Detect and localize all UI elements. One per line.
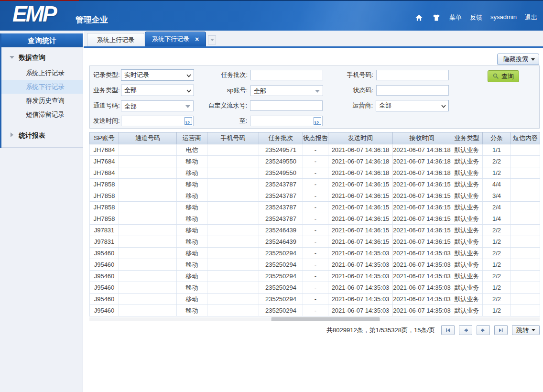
carrier-label: 运营商: (330, 101, 373, 110)
table-row[interactable]: J97831移动235246439-2021-06-07 14:36:15202… (90, 236, 540, 248)
home-icon[interactable] (414, 13, 424, 22)
table-cell: 2021-06-07 14:35:03 (328, 305, 393, 316)
column-header[interactable]: 分条 (483, 132, 511, 144)
table-row[interactable]: J97831移动235246439-2021-06-07 14:36:15202… (90, 225, 540, 236)
feedback-link[interactable]: 反馈 (470, 13, 482, 22)
sidebar-item-system-downlink-records[interactable]: 系统下行记录 (1, 80, 83, 94)
table-cell: 默认业务 (451, 248, 483, 259)
sidebar-group-data-query-header[interactable]: 数据查询 (1, 47, 83, 66)
table-cell: 2021-06-07 14:36:15 (328, 236, 393, 248)
next-page-button[interactable] (477, 325, 490, 335)
table-cell: J95460 (90, 271, 119, 282)
table-cell: - (303, 190, 328, 202)
table-cell (119, 213, 177, 225)
logout-link[interactable]: 退出 (525, 13, 537, 22)
table-cell: 默认业务 (451, 156, 483, 167)
sidebar-group-stats-report-header[interactable]: 统计报表 (1, 125, 83, 144)
table-cell: - (303, 248, 328, 259)
calendar-icon[interactable]: 12 (185, 117, 192, 125)
column-header[interactable]: SP账号 (90, 132, 119, 144)
table-cell: J95460 (90, 248, 119, 259)
username-link[interactable]: sysadmin (490, 13, 517, 22)
table-row[interactable]: JH7858移动235243787-2021-06-07 14:36:15202… (90, 190, 540, 202)
table-row[interactable]: JH7858移动235243787-2021-06-07 14:36:15202… (90, 213, 540, 225)
column-header[interactable]: 任务批次 (259, 132, 303, 144)
table-cell: 默认业务 (451, 190, 483, 202)
hide-search-label: 隐藏搜索 (503, 55, 528, 64)
business-type-select[interactable]: 全部 (121, 85, 194, 96)
tab-system-uplink-records[interactable]: 系统上行记录 (87, 33, 144, 46)
calendar-icon[interactable]: 12 (314, 117, 321, 125)
tab-system-downlink-records[interactable]: 系统下行记录× (145, 32, 206, 46)
column-header[interactable]: 接收时间 (393, 132, 451, 144)
table-row[interactable]: JH7858移动235243787-2021-06-07 14:36:15202… (90, 202, 540, 213)
table-row[interactable]: JH7684电信235249571-2021-06-07 14:36:18202… (90, 144, 540, 156)
send-time-to-field: 12 (250, 116, 323, 126)
column-header[interactable]: 发送时间 (328, 132, 393, 144)
column-header[interactable]: 业务类型 (451, 132, 483, 144)
task-batch-label: 任务批次: (199, 71, 248, 79)
table-row[interactable]: J95460移动235250294-2021-06-07 14:35:03202… (90, 294, 540, 305)
column-header[interactable]: 状态报告 (303, 132, 328, 144)
table-cell: 2021-06-07 14:35:03 (393, 271, 451, 282)
mobile-number-input[interactable] (376, 70, 449, 80)
send-time-from-input[interactable] (121, 116, 184, 126)
table-cell: 默认业务 (451, 167, 483, 179)
pagination: 共8029912条，第1/535328页，15条/页 (89, 325, 540, 335)
table-cell: 2021-06-07 14:35:03 (328, 259, 393, 271)
close-icon[interactable]: × (195, 36, 199, 43)
column-header[interactable]: 运营商 (177, 132, 207, 144)
horizontal-scrollbar[interactable] (89, 317, 540, 321)
custom-serial-input[interactable] (250, 100, 323, 111)
table-row[interactable]: J95460移动235250294-2021-06-07 14:35:03202… (90, 282, 540, 294)
column-header[interactable]: 手机号码 (207, 132, 259, 144)
first-page-button[interactable] (441, 325, 455, 335)
next-page-icon (480, 327, 486, 333)
sidebar-item-system-uplink-records[interactable]: 系统上行记录 (1, 66, 83, 80)
table-row[interactable]: J95460移动235250294-2021-06-07 14:35:03202… (90, 248, 540, 259)
last-page-button[interactable] (494, 325, 508, 335)
table-row[interactable]: JH7684移动235249550-2021-06-07 14:36:18202… (90, 167, 540, 179)
selected-value: 全部 (376, 101, 441, 110)
chevron-down-icon (441, 105, 446, 108)
sidebar-item-bulk-history-query[interactable]: 群发历史查询 (1, 94, 83, 108)
app-subtitle: 管理企业 (76, 14, 108, 25)
record-type-select[interactable]: 实时记录 (121, 69, 194, 81)
sidebar-item-sms-retention-records[interactable]: 短信滞留记录 (1, 108, 83, 121)
table-cell: - (303, 225, 328, 236)
table-row[interactable]: J95460移动235250294-2021-06-07 14:35:03202… (90, 305, 540, 316)
task-batch-input[interactable] (250, 70, 323, 80)
table-cell (511, 202, 540, 213)
table-cell (119, 248, 177, 259)
sp-account-combo[interactable]: 全部 (250, 85, 323, 96)
hscroll-thumb[interactable] (272, 317, 380, 321)
table-cell: 2021-06-07 14:35:03 (393, 259, 451, 271)
table-row[interactable]: JH7858移动235243787-2021-06-07 14:36:15202… (90, 179, 540, 190)
carrier-select[interactable]: 全部 (376, 100, 449, 111)
shirt-icon[interactable] (432, 13, 441, 22)
status-code-input[interactable] (376, 85, 449, 96)
menu-link[interactable]: 菜单 (449, 13, 462, 22)
table-cell (207, 282, 259, 294)
table-row[interactable]: J95460移动235250294-2021-06-07 14:35:03202… (90, 271, 540, 282)
prev-page-button[interactable] (459, 325, 472, 335)
table-row[interactable]: J95460移动235250294-2021-06-07 14:35:03202… (90, 259, 540, 271)
table-cell: 2/2 (483, 248, 511, 259)
jump-button[interactable]: 跳转 (512, 325, 540, 335)
tab-list-dropdown-button[interactable] (208, 35, 216, 44)
hide-search-button[interactable]: 隐藏搜索 (497, 54, 539, 65)
chevron-down-icon (186, 89, 191, 93)
column-header[interactable]: 短信内容 (511, 132, 540, 144)
table-cell (511, 190, 540, 202)
table-cell: 235250294 (259, 248, 303, 259)
channel-number-combo[interactable]: 全部 (121, 100, 194, 111)
table-cell: 2/2 (483, 156, 511, 167)
column-header[interactable]: 通道号码 (119, 132, 177, 144)
table-cell: JH7858 (90, 202, 119, 213)
query-button[interactable]: 查询 (488, 70, 519, 82)
last-page-icon (498, 327, 504, 333)
send-time-to-input[interactable] (250, 116, 313, 126)
table-row[interactable]: JH7684移动235249550-2021-06-07 14:36:18202… (90, 156, 540, 167)
table-cell: 默认业务 (451, 202, 483, 213)
selected-value: 全部 (121, 101, 193, 111)
